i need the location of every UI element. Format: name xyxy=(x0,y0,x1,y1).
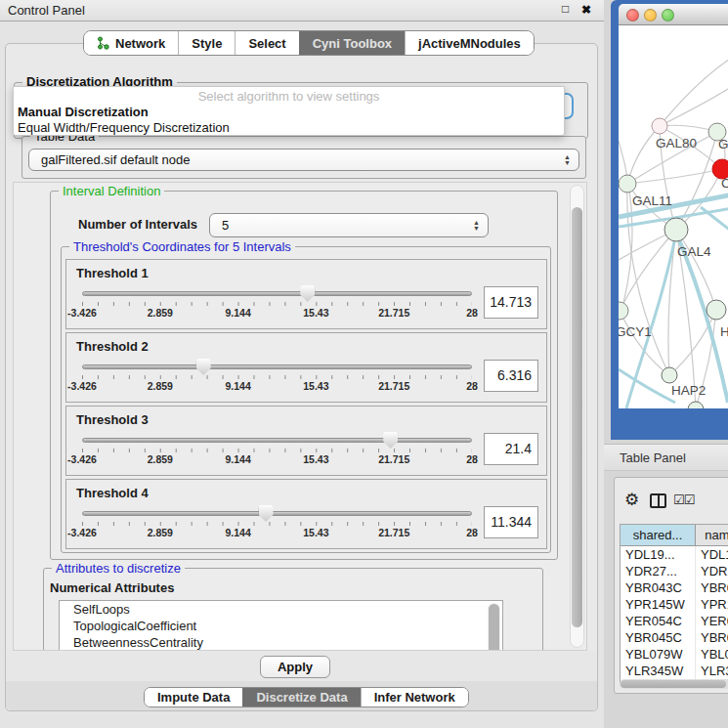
mac-close-icon[interactable] xyxy=(626,9,639,21)
node-gal4[interactable] xyxy=(664,218,688,241)
column-header-name[interactable]: name xyxy=(696,525,728,545)
cell[interactable]: YBL079W xyxy=(621,646,696,663)
slider-thumb[interactable] xyxy=(196,359,211,375)
slider-thumb[interactable] xyxy=(259,505,274,522)
mac-zoom-icon[interactable] xyxy=(662,9,674,21)
tab-label: jActiveMNodules xyxy=(418,36,521,51)
cell[interactable]: YBR043C xyxy=(621,579,696,596)
tick-label: -3.426 xyxy=(67,380,97,392)
cell[interactable]: YDL1 xyxy=(696,546,728,563)
node-gal80[interactable] xyxy=(652,118,667,134)
table-row[interactable]: YBL079WYBL0 xyxy=(621,646,728,663)
tick-label: 28 xyxy=(466,453,478,465)
cell[interactable]: YER054C xyxy=(621,613,696,629)
tab-style[interactable]: Style xyxy=(178,31,235,55)
slider-tick-labels: -3.426 2.859 9.144 15.43 21.715 28 xyxy=(82,527,472,538)
threshold-label: Threshold 4 xyxy=(76,486,538,500)
list-item[interactable]: SelfLoops xyxy=(60,601,502,618)
table-row[interactable]: YER054CYER0 xyxy=(621,613,728,629)
scrollbar-thumb[interactable] xyxy=(621,680,726,688)
cell[interactable]: YER0 xyxy=(696,613,728,629)
table-data-groupbox: Table Data galFiltered.sif default node … xyxy=(21,136,586,179)
mac-minimize-icon[interactable] xyxy=(644,9,657,21)
table-row[interactable]: YPR145WYPR1 xyxy=(621,596,728,613)
slider-track[interactable] xyxy=(82,511,472,516)
apply-button[interactable]: Apply xyxy=(260,656,330,678)
dropdown-option-manual[interactable]: Manual Discretization xyxy=(14,104,564,119)
cell[interactable]: YBR0 xyxy=(696,629,728,646)
num-intervals-combobox[interactable]: 5 ▲▼ xyxy=(209,213,489,237)
tab-select[interactable]: Select xyxy=(235,31,298,55)
list-item[interactable]: TopologicalCoefficient xyxy=(60,618,502,634)
column-header-shared-name[interactable]: shared... xyxy=(621,525,696,545)
table-row[interactable]: YBR045CYBR0 xyxy=(621,629,728,646)
tab-jactivemnodules[interactable]: jActiveMNodules xyxy=(405,31,534,55)
scrollbar-thumb[interactable] xyxy=(572,207,582,627)
cell[interactable]: YLR345W xyxy=(621,663,696,679)
columns-icon[interactable] xyxy=(650,493,666,508)
table-panel-title: Table Panel xyxy=(620,450,686,465)
close-icon[interactable]: ✖ xyxy=(579,3,593,17)
threshold-4-slider[interactable]: -3.426 2.859 9.144 15.43 21.715 28 xyxy=(82,502,472,541)
tab-impute-data[interactable]: Impute Data xyxy=(145,688,242,707)
node-bottom[interactable] xyxy=(688,402,704,408)
tab-label: Style xyxy=(192,36,222,51)
cell[interactable]: YLR3 xyxy=(696,663,728,679)
slider-ticks xyxy=(82,375,472,379)
threshold-1-slider[interactable]: -3.426 2.859 9.144 15.43 21.715 28 xyxy=(82,282,472,321)
cell[interactable]: YPR145W xyxy=(621,596,696,613)
tab-cyni-toolbox[interactable]: Cyni Toolbox xyxy=(299,31,405,55)
gear-icon[interactable]: ⚙ xyxy=(624,490,639,510)
dropdown-option-equal-width[interactable]: Equal Width/Frequency Discretization xyxy=(14,119,564,135)
table-horizontal-scrollbar[interactable] xyxy=(620,679,728,689)
cell[interactable]: YBL0 xyxy=(696,646,728,663)
tab-discretize-data[interactable]: Discretize Data xyxy=(242,688,360,707)
tick-label: 9.144 xyxy=(225,527,250,538)
thresholds-groupbox: Threshold's Coordinates for 5 Intervals … xyxy=(61,246,551,553)
threshold-1-value-field[interactable]: 14.713 xyxy=(484,286,538,319)
float-window-icon[interactable]: □ xyxy=(559,3,572,16)
right-column: GAL80 GA C GAL11 GAL4 GCY1 H HAP2 Table … xyxy=(604,0,728,728)
cell[interactable]: YPR1 xyxy=(696,596,728,613)
cell[interactable]: YDR2 xyxy=(696,563,728,579)
table-row[interactable]: YDR27...YDR2 xyxy=(621,563,728,579)
table-data-combobox[interactable]: galFiltered.sif default node ▲▼ xyxy=(28,149,579,171)
cell[interactable]: YBR0 xyxy=(696,579,728,596)
network-icon xyxy=(97,36,109,50)
node-hap2[interactable] xyxy=(662,367,677,383)
network-canvas[interactable]: GAL80 GA C GAL11 GAL4 GCY1 H HAP2 xyxy=(619,25,728,408)
tab-network[interactable]: Network xyxy=(84,31,178,55)
cell[interactable]: YBR045C xyxy=(621,629,696,646)
node-label: GAL4 xyxy=(677,244,711,259)
scrollbar-thumb[interactable] xyxy=(489,604,499,651)
node-gcy1[interactable] xyxy=(619,302,628,320)
slider-track[interactable] xyxy=(82,364,472,369)
tab-infer-network[interactable]: Infer Network xyxy=(361,688,468,707)
slider-track[interactable] xyxy=(82,291,472,296)
network-window: GAL80 GA C GAL11 GAL4 GCY1 H HAP2 xyxy=(611,0,728,440)
threshold-3-slider[interactable]: -3.426 2.859 9.144 15.43 21.715 28 xyxy=(82,429,472,468)
num-intervals-value: 5 xyxy=(222,218,229,233)
slider-track[interactable] xyxy=(82,438,472,443)
slider-thumb[interactable] xyxy=(383,432,398,449)
table-row[interactable]: YLR345WYLR3 xyxy=(621,663,728,679)
checkboxes-icon[interactable]: ☑☑ xyxy=(673,492,694,507)
table-panel-body: ⚙ ☑☑ shared... name YDL19...YDL1 YDR27..… xyxy=(614,477,728,694)
tab-label: Select xyxy=(248,36,285,51)
node-gal11[interactable] xyxy=(619,175,636,193)
threshold-4-value-field[interactable]: 11.344 xyxy=(484,506,538,538)
table-row[interactable]: YDL19...YDL1 xyxy=(621,546,728,563)
slider-thumb[interactable] xyxy=(300,285,315,302)
attributes-listbox: SelfLoops TopologicalCoefficient Between… xyxy=(59,600,503,651)
cell[interactable]: YDL19... xyxy=(621,546,696,563)
settings-scrollbar[interactable] xyxy=(570,185,584,648)
threshold-2-slider[interactable]: -3.426 2.859 9.144 15.43 21.715 28 xyxy=(82,356,472,395)
node-h[interactable] xyxy=(707,300,726,320)
cell[interactable]: YDR27... xyxy=(621,563,696,579)
list-item[interactable]: BetweennessCentrality xyxy=(60,634,502,651)
table-row[interactable]: YBR043CYBR0 xyxy=(621,579,728,596)
threshold-3-value-field[interactable]: 21.4 xyxy=(484,433,538,465)
attributes-list-scrollbar[interactable] xyxy=(488,603,500,651)
threshold-2-value-field[interactable]: 6.316 xyxy=(484,360,538,392)
tick-label: 28 xyxy=(466,527,478,538)
